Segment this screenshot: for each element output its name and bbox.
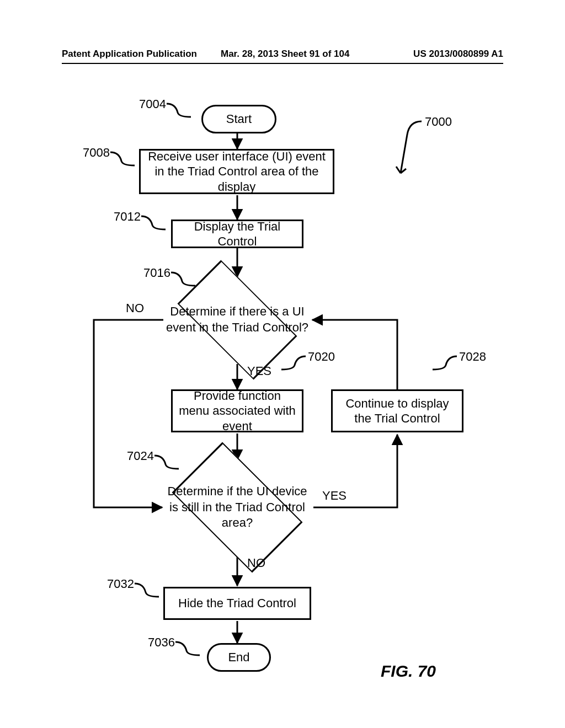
ref-7012: 7012 <box>114 210 141 224</box>
decision-2-text: Determine if the UI device is still in t… <box>166 484 309 531</box>
decision-1-text: Determine if there is a UI event in the … <box>166 304 309 335</box>
receive-box: Receive user interface (UI) event in the… <box>139 149 334 194</box>
ref-7000: 7000 <box>425 115 452 129</box>
continue-box: Continue to display the Trial Control <box>331 389 463 432</box>
end-node: End <box>207 643 271 672</box>
page-header: Patent Application Publication Mar. 28, … <box>0 46 565 63</box>
page: Patent Application Publication Mar. 28, … <box>0 0 565 728</box>
provide-box: Provide function menu associated with ev… <box>171 389 303 432</box>
header-right: US 2013/0080899 A1 <box>413 49 503 60</box>
dec2-no: NO <box>247 556 265 570</box>
flowchart: Start 7004 Receive user interface (UI) e… <box>0 72 565 706</box>
ref-7028: 7028 <box>459 350 486 364</box>
dec1-no: NO <box>126 301 144 315</box>
ref-7032: 7032 <box>107 577 134 591</box>
display-box: Display the Trial Control <box>171 220 303 248</box>
display-text: Display the Trial Control <box>177 219 297 249</box>
ref-7036: 7036 <box>148 635 175 650</box>
ref-7024: 7024 <box>127 449 154 463</box>
end-label: End <box>228 650 249 665</box>
hide-text: Hide the Triad Control <box>178 596 296 611</box>
ref-7016: 7016 <box>143 266 170 280</box>
figure-caption: FIG. 70 <box>381 662 436 681</box>
ref-7004: 7004 <box>139 97 166 111</box>
header-rule <box>62 63 503 64</box>
provide-text: Provide function menu associated with ev… <box>177 388 297 434</box>
start-label: Start <box>226 112 252 126</box>
header-left: Patent Application Publication <box>62 49 197 60</box>
hide-box: Hide the Triad Control <box>163 587 311 620</box>
ref-7020: 7020 <box>308 350 335 364</box>
dec1-yes: YES <box>247 364 271 378</box>
ref-7008: 7008 <box>83 146 110 160</box>
continue-text: Continue to display the Trial Control <box>337 396 457 426</box>
start-node: Start <box>201 105 276 133</box>
dec2-yes: YES <box>322 489 347 503</box>
header-mid: Mar. 28, 2013 Sheet 91 of 104 <box>221 49 349 60</box>
receive-text: Receive user interface (UI) event in the… <box>145 149 328 195</box>
